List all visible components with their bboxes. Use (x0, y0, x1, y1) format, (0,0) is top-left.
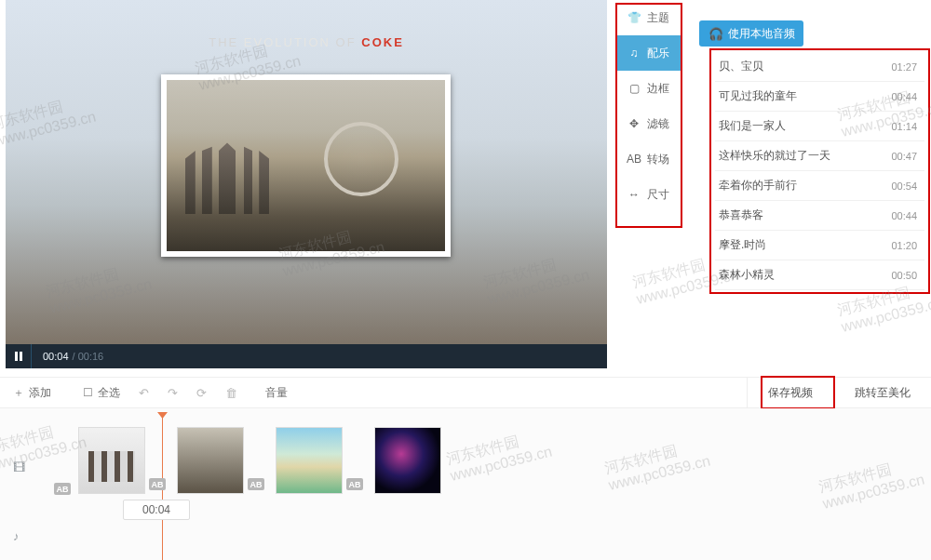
music-item[interactable]: 贝、宝贝01:27 (715, 52, 924, 82)
add-button[interactable]: ＋添加 (13, 385, 51, 401)
headphones-icon: 🎧 (708, 27, 723, 41)
tab-border[interactable]: ▢边框 (617, 71, 682, 106)
time-current: 00:04 (43, 351, 69, 362)
size-icon: ↔ (627, 187, 641, 202)
clip-thumb[interactable] (177, 427, 244, 494)
music-item[interactable]: 摩登.时尚01:20 (715, 231, 924, 260)
audio-track-icon: ♪ (13, 529, 32, 544)
border-icon: ▢ (627, 81, 641, 96)
shirt-icon: 👕 (627, 10, 641, 25)
timeline: 🎞 ♪ AB AB AB AB 00:04 (0, 408, 931, 560)
music-item[interactable]: 这样快乐的就过了一天00:47 (715, 141, 924, 171)
tab-theme[interactable]: 👕主题 (617, 0, 682, 35)
music-list: 贝、宝贝01:27 可见过我的童年00:44 我们是一家人01:14 这样快乐的… (715, 52, 924, 290)
music-item[interactable]: 可见过我的童年00:44 (715, 82, 924, 112)
pause-button[interactable] (6, 344, 32, 368)
toolbar: ＋添加 ☐全选 ↶ ↷ ⟳ 🗑 音量 保存视频 跳转至美化 (0, 377, 931, 408)
side-tabs: 👕主题 ♫配乐 ▢边框 ✥滤镜 AB转场 ↔尺寸 (617, 0, 682, 368)
video-track-icon: 🎞 (13, 460, 32, 475)
redo-button[interactable]: ↷ (168, 386, 178, 400)
clip-thumbnails: AB AB AB (78, 427, 441, 494)
undo-button[interactable]: ↶ (139, 386, 149, 400)
use-local-audio-button[interactable]: 🎧 使用本地音频 (699, 20, 803, 47)
music-item[interactable]: 我们是一家人01:14 (715, 112, 924, 141)
rotate-button[interactable]: ⟳ (196, 386, 207, 400)
time-total: / 00:16 (73, 351, 104, 362)
tab-music[interactable]: ♫配乐 (617, 35, 682, 71)
slide-image (161, 74, 451, 257)
clip-thumb[interactable] (374, 427, 441, 494)
music-icon: ♫ (627, 46, 641, 60)
video-preview: THE EVOLUTION OF COKE (6, 0, 607, 344)
slide-title: THE EVOLUTION OF COKE (6, 35, 607, 49)
tab-size[interactable]: ↔尺寸 (617, 177, 682, 212)
music-item[interactable]: 牵着你的手前行00:54 (715, 171, 924, 201)
transition-icon: AB (627, 152, 641, 167)
transition-badge[interactable]: AB (149, 478, 166, 490)
clip-thumb[interactable] (276, 427, 343, 494)
music-item[interactable]: 森林小精灵00:50 (715, 260, 924, 290)
delete-button[interactable]: 🗑 (225, 386, 237, 400)
plus-icon: ＋ (13, 385, 24, 401)
volume-button[interactable]: 音量 (265, 385, 288, 401)
transition-badge[interactable]: AB (248, 478, 264, 490)
slide-frame: THE EVOLUTION OF COKE (6, 0, 607, 344)
tab-filter[interactable]: ✥滤镜 (617, 106, 682, 141)
select-all-button[interactable]: ☐全选 (83, 385, 120, 401)
filter-icon: ✥ (627, 116, 641, 131)
transition-badge[interactable]: AB (54, 483, 71, 495)
jump-beautify-button[interactable]: 跳转至美化 (833, 377, 931, 408)
save-video-button[interactable]: 保存视频 (747, 377, 833, 408)
playhead-time-tip: 00:04 (123, 500, 190, 520)
playback-bar: 00:04 / 00:16 (6, 344, 607, 368)
music-item[interactable]: 恭喜恭客00:44 (715, 201, 924, 231)
tab-transition[interactable]: AB转场 (617, 141, 682, 177)
select-all-icon: ☐ (83, 386, 93, 399)
clip-thumb[interactable] (78, 427, 145, 494)
transition-badge[interactable]: AB (346, 478, 363, 490)
